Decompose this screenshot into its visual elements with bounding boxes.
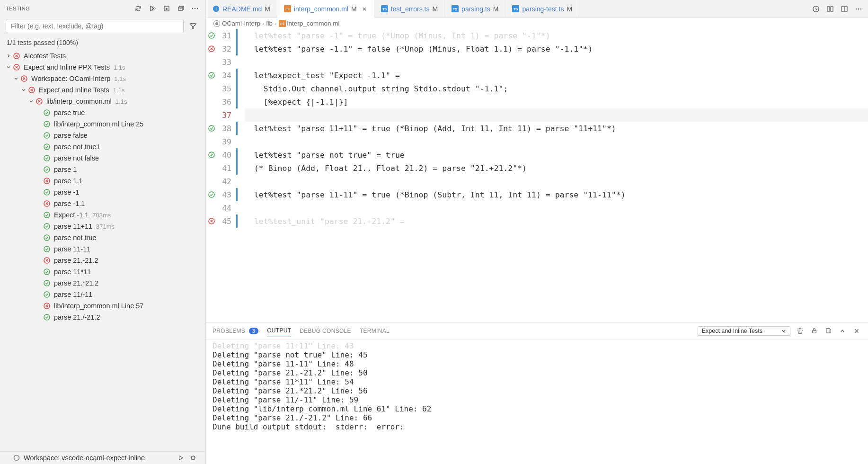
code-line[interactable]: [%expect {|-1.1|}] bbox=[245, 95, 868, 108]
tree-label: Workspace: OCaml-Interp bbox=[31, 75, 110, 82]
close-panel-icon[interactable] bbox=[852, 326, 861, 336]
compare-icon[interactable] bbox=[825, 4, 835, 14]
tab-output[interactable]: OUTPUT bbox=[267, 324, 291, 337]
svg-text:TS: TS bbox=[453, 7, 458, 11]
svg-text:ml: ml bbox=[280, 21, 284, 26]
editor-tab[interactable]: TStest_errors.tsM bbox=[374, 0, 445, 18]
panel-output[interactable]: Deleting "parse 11+11" Line: 43Deleting … bbox=[206, 339, 868, 464]
status-icon bbox=[43, 222, 51, 231]
sidebar-title: TESTING bbox=[6, 6, 133, 11]
code-line[interactable] bbox=[245, 175, 868, 188]
tree-item[interactable]: parse not true1 bbox=[0, 141, 205, 152]
breadcrumb[interactable]: OCaml-Interp › lib › ml interp_common.ml bbox=[206, 18, 868, 29]
code-line[interactable]: let%expect_test "Expect -1.1" = bbox=[245, 69, 868, 82]
tree-item[interactable]: Workspace: OCaml-Interp1.1s bbox=[0, 73, 205, 84]
clear-output-icon[interactable] bbox=[795, 326, 805, 336]
breadcrumb-part: interp_common.ml bbox=[287, 20, 340, 27]
tree-item[interactable]: parse not true bbox=[0, 232, 205, 243]
code-line[interactable]: (* Binop (Add, Float 21., Float 21.2) = … bbox=[245, 161, 868, 175]
svg-text:i: i bbox=[215, 7, 217, 11]
line-number: 42 bbox=[217, 177, 234, 186]
run-icon[interactable] bbox=[176, 453, 186, 463]
svg-point-46 bbox=[858, 8, 859, 9]
editor-tab[interactable]: mlinterp_common.mlM bbox=[277, 0, 374, 18]
lock-scroll-icon[interactable] bbox=[809, 326, 819, 336]
tree-label: parse 1 bbox=[54, 166, 77, 173]
tree-item[interactable]: parse 1.1 bbox=[0, 175, 205, 187]
status-icon bbox=[43, 313, 51, 321]
breadcrumb-radio-icon bbox=[213, 20, 220, 27]
open-log-icon[interactable] bbox=[824, 326, 833, 336]
split-editor-icon[interactable] bbox=[840, 4, 849, 14]
tree-item[interactable]: Expect -1.1703ms bbox=[0, 209, 205, 221]
tree-item[interactable]: parse -1 bbox=[0, 187, 205, 198]
tree-item[interactable]: parse 11-11 bbox=[0, 243, 205, 255]
code-line[interactable]: let%test "parse -1" = true (*Unop (Minus… bbox=[245, 29, 868, 42]
tree-bottom-item[interactable]: Workspace: vscode-ocaml-expect-inline bbox=[0, 451, 205, 464]
tree-time: 1.1s bbox=[115, 98, 127, 105]
tree-label: parse false bbox=[54, 132, 88, 139]
editor[interactable]: 313233343536373839404142434445 let%test … bbox=[206, 29, 868, 322]
tree-time: 1.1s bbox=[114, 75, 126, 82]
tree-item[interactable]: Alcotest Tests bbox=[0, 50, 205, 62]
tree-item[interactable]: parse 21.*21.2 bbox=[0, 277, 205, 289]
tree-item[interactable]: Expect and Inline PPX Tests1.1s bbox=[0, 62, 205, 73]
tree-item[interactable]: parse 1 bbox=[0, 164, 205, 175]
tree-item[interactable]: parse -1.1 bbox=[0, 198, 205, 209]
tree-label: parse 1.1 bbox=[54, 177, 82, 185]
code-line[interactable]: let%test_unit "parse 21.-21.2" = bbox=[245, 214, 868, 228]
debug-icon[interactable] bbox=[188, 453, 198, 463]
tree-label: parse 21.-21.2 bbox=[54, 257, 98, 264]
tab-terminal[interactable]: TERMINAL bbox=[360, 325, 390, 337]
code-line[interactable]: let%test "parse -1.1" = false (*Unop (Mi… bbox=[245, 42, 868, 55]
tree-label: Alcotest Tests bbox=[24, 52, 66, 60]
chevron-up-icon[interactable] bbox=[838, 326, 847, 336]
editor-tab[interactable]: TSparsing.tsM bbox=[445, 0, 505, 18]
history-icon[interactable] bbox=[811, 4, 821, 14]
code-line[interactable] bbox=[245, 201, 868, 214]
code-line[interactable] bbox=[245, 55, 868, 69]
more-icon[interactable] bbox=[854, 4, 863, 14]
tree-item[interactable]: parse 11+11371ms bbox=[0, 221, 205, 232]
tree-label: parse not false bbox=[54, 154, 99, 162]
tab-problems[interactable]: PROBLEMS 3 bbox=[213, 325, 258, 337]
editor-code[interactable]: let%test "parse -1" = true (*Unop (Minus… bbox=[239, 29, 868, 322]
line-number: 32 bbox=[217, 45, 234, 54]
ml-file-icon: ml bbox=[279, 20, 286, 27]
tree-item[interactable]: parse false bbox=[0, 130, 205, 141]
close-tab-icon[interactable] bbox=[362, 6, 367, 12]
status-icon bbox=[43, 256, 51, 265]
tree-label: lib/interp_common.ml Line 57 bbox=[54, 302, 143, 310]
tree-item[interactable]: parse 21.-21.2 bbox=[0, 255, 205, 266]
test-tree: Alcotest TestsExpect and Inline PPX Test… bbox=[0, 50, 205, 451]
editor-tab[interactable]: TSparsing-test.tsM bbox=[505, 0, 579, 18]
more-icon[interactable] bbox=[190, 4, 200, 13]
code-line[interactable]: let%test "parse 11-11" = true (*Binop (S… bbox=[245, 188, 868, 201]
run-all-icon[interactable] bbox=[148, 4, 157, 13]
collapse-all-icon[interactable] bbox=[176, 4, 186, 13]
tree-item[interactable]: lib/interp_common.ml Line 25 bbox=[0, 118, 205, 130]
tree-item[interactable]: lib/interp_common.ml Line 57 bbox=[0, 300, 205, 312]
debug-all-icon[interactable] bbox=[162, 4, 171, 13]
tree-item[interactable]: lib/interp_common.ml1.1s bbox=[0, 96, 205, 107]
filter-input[interactable] bbox=[6, 19, 184, 33]
twisty-icon bbox=[12, 76, 20, 81]
chevron-down-icon bbox=[781, 329, 786, 333]
code-line[interactable]: let%test "parse not true" = true bbox=[245, 148, 868, 161]
refresh-icon[interactable] bbox=[133, 4, 143, 13]
tree-item[interactable]: parse not false bbox=[0, 152, 205, 164]
filter-icon[interactable] bbox=[186, 19, 200, 33]
code-line[interactable]: let%test "parse 11+11" = true (*Binop (A… bbox=[245, 122, 868, 135]
code-line[interactable]: Stdio.Out_channel.output_string Stdio.st… bbox=[245, 82, 868, 95]
tree-item[interactable]: Expect and Inline Tests1.1s bbox=[0, 84, 205, 96]
output-channel-selector[interactable]: Expect and Inline Tests bbox=[698, 326, 790, 336]
tree-item[interactable]: parse 11/-11 bbox=[0, 289, 205, 300]
code-line[interactable] bbox=[245, 135, 868, 148]
tree-item[interactable]: parse 11*11 bbox=[0, 266, 205, 277]
tab-debug-console[interactable]: DEBUG CONSOLE bbox=[300, 325, 351, 337]
code-line[interactable] bbox=[245, 108, 868, 122]
tree-item[interactable]: parse true bbox=[0, 107, 205, 118]
editor-tab[interactable]: iREADME.mdM bbox=[206, 0, 277, 18]
tree-item[interactable]: parse 21./-21.2 bbox=[0, 312, 205, 323]
breadcrumb-part: lib bbox=[266, 20, 273, 27]
